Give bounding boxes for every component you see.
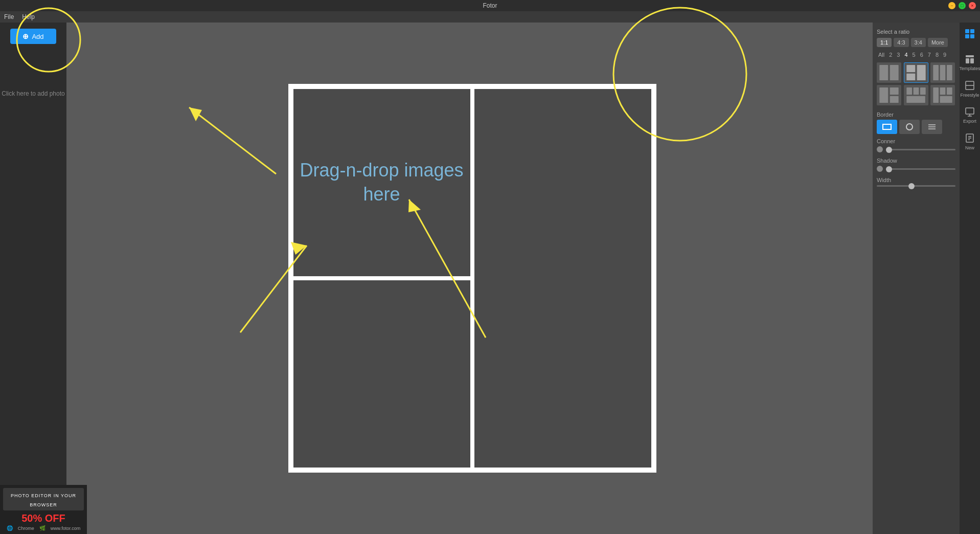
svg-rect-26 xyxy=(890,96,899,103)
ratio-4-3[interactable]: 4:3 xyxy=(894,38,908,47)
sidebar-item-new[interactable] xyxy=(965,133,975,145)
svg-rect-31 xyxy=(933,87,939,103)
maximize-button[interactable]: □ xyxy=(959,2,966,9)
help-menu[interactable]: Help xyxy=(22,13,35,20)
num-4[interactable]: 4 xyxy=(903,51,909,58)
svg-rect-18 xyxy=(906,65,915,72)
svg-rect-24 xyxy=(879,87,888,103)
layout-thumb-5[interactable] xyxy=(904,85,928,105)
close-button[interactable]: × xyxy=(969,2,976,9)
width-slider-track xyxy=(877,185,955,187)
border-style-1[interactable] xyxy=(877,120,897,134)
fotor-icon: 🌿 xyxy=(39,525,45,531)
canvas-cell-top-left[interactable] xyxy=(293,89,470,276)
border-controls xyxy=(877,120,955,134)
corner-slider-thumb[interactable] xyxy=(886,147,892,153)
svg-point-36 xyxy=(906,124,913,130)
ad-label: PHOTO EDITOR IN YOUR BROWSER xyxy=(11,493,76,507)
svg-rect-0 xyxy=(965,29,969,33)
layout-thumb-4[interactable] xyxy=(877,85,901,105)
shadow-label: Shadow xyxy=(877,158,955,164)
svg-rect-22 xyxy=(940,65,946,80)
svg-rect-30 xyxy=(906,96,925,103)
svg-rect-35 xyxy=(883,124,891,129)
layout-thumb-2[interactable] xyxy=(904,62,928,83)
ratio-more[interactable]: More xyxy=(928,38,948,47)
svg-rect-33 xyxy=(947,87,952,95)
svg-rect-5 xyxy=(966,58,969,63)
svg-rect-34 xyxy=(940,96,952,103)
svg-rect-4 xyxy=(966,55,974,57)
website-label: www.fotor.com xyxy=(51,526,81,531)
svg-rect-16 xyxy=(879,65,888,80)
svg-rect-23 xyxy=(947,65,952,80)
bottom-ad[interactable]: PHOTO EDITOR IN YOUR BROWSER 50% OFF 🌐 C… xyxy=(0,485,87,534)
file-menu[interactable]: File xyxy=(4,13,14,20)
freestyle-label: Freestyle xyxy=(960,93,979,98)
shadow-indicator xyxy=(877,166,883,172)
svg-rect-32 xyxy=(940,87,946,95)
svg-rect-17 xyxy=(890,65,899,80)
num-all[interactable]: All xyxy=(877,51,886,58)
sidebar-item-templates[interactable] xyxy=(959,54,980,66)
svg-rect-2 xyxy=(965,34,969,38)
right-sidebar: Templates Freestyle Export New xyxy=(960,23,980,534)
shadow-slider-track xyxy=(886,168,955,170)
svg-rect-9 xyxy=(966,108,974,114)
sidebar-item-collage[interactable] xyxy=(965,29,975,41)
svg-rect-28 xyxy=(913,87,919,95)
layout-thumb-6[interactable] xyxy=(930,85,955,105)
layout-thumb-1[interactable] xyxy=(877,62,901,83)
svg-rect-19 xyxy=(917,65,925,80)
plus-icon: ⊕ xyxy=(22,32,29,40)
layout-thumb-3[interactable] xyxy=(930,62,955,83)
num-3[interactable]: 3 xyxy=(895,51,901,58)
canvas-inner xyxy=(293,89,651,468)
svg-rect-21 xyxy=(933,65,939,80)
chrome-label: Chrome xyxy=(18,526,34,531)
cursor-hint: Click here to add photo xyxy=(2,89,64,98)
svg-rect-6 xyxy=(970,58,974,63)
export-label: Export xyxy=(963,119,976,124)
canvas-frame[interactable]: Drag-n-drop imageshere xyxy=(288,84,656,473)
sidebar-item-freestyle[interactable] xyxy=(960,80,979,93)
shadow-slider-thumb[interactable] xyxy=(886,166,892,172)
new-label: New xyxy=(965,145,975,150)
layout-grid xyxy=(877,62,955,105)
num-5[interactable]: 5 xyxy=(911,51,917,58)
ratio-1-1[interactable]: 1:1 xyxy=(877,38,892,47)
right-main-panel: Select a ratio 1:1 4:3 3:4 More All 2 3 … xyxy=(873,23,960,534)
corner-slider-row xyxy=(877,146,955,152)
title-bar: Fotor − □ × xyxy=(0,0,980,11)
minimize-button[interactable]: − xyxy=(948,2,955,9)
num-8[interactable]: 8 xyxy=(934,51,940,58)
canvas-cell-top-right[interactable] xyxy=(474,89,651,468)
num-2[interactable]: 2 xyxy=(887,51,894,58)
corner-slider-track xyxy=(886,149,955,150)
num-6[interactable]: 6 xyxy=(919,51,925,58)
ratio-3-4[interactable]: 3:4 xyxy=(911,38,926,47)
border-style-3[interactable] xyxy=(922,120,942,134)
ratio-buttons: 1:1 4:3 3:4 More xyxy=(877,38,955,47)
ad-discount: 50% OFF xyxy=(21,513,65,524)
select-ratio-label: Select a ratio xyxy=(877,29,955,35)
corner-label: Conner xyxy=(877,138,955,144)
svg-rect-29 xyxy=(920,87,926,95)
num-9[interactable]: 9 xyxy=(942,51,948,58)
svg-rect-1 xyxy=(970,29,974,33)
main-canvas: Drag-n-drop imageshere xyxy=(66,23,878,534)
width-slider-row xyxy=(877,185,955,187)
add-button[interactable]: ⊕ Add xyxy=(10,29,56,44)
svg-rect-25 xyxy=(890,87,899,95)
border-style-2[interactable] xyxy=(899,120,920,134)
ad-browser-row: 🌐 Chrome 🌿 www.fotor.com xyxy=(7,525,81,531)
canvas-cell-bottom-left[interactable] xyxy=(293,280,470,468)
width-slider-thumb[interactable] xyxy=(908,183,915,189)
add-button-label: Add xyxy=(32,33,43,40)
svg-rect-20 xyxy=(906,74,915,80)
menu-bar: File Help xyxy=(0,11,980,23)
left-panel: ⊕ Add Click here to add photo 0 Photo(s)… xyxy=(0,23,66,534)
svg-rect-3 xyxy=(970,34,974,38)
sidebar-item-export[interactable] xyxy=(963,107,976,119)
num-7[interactable]: 7 xyxy=(926,51,932,58)
